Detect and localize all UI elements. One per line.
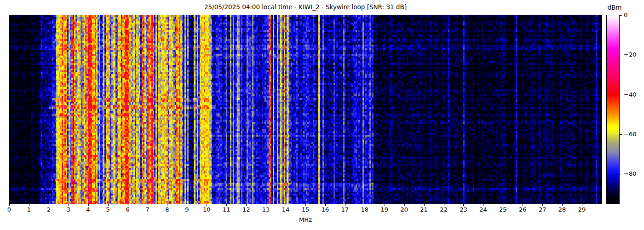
x-tick-label: 3 xyxy=(67,206,70,213)
spectrogram-canvas xyxy=(9,15,602,204)
x-tick-label: 10 xyxy=(203,206,211,213)
x-tick-label: 20 xyxy=(400,206,408,213)
chart-title: 25/05/2025 04:00 local time - KIWI_2 - S… xyxy=(9,3,602,11)
x-tick-label: 1 xyxy=(27,206,31,213)
x-axis-label: MHz xyxy=(9,216,602,223)
x-tick-label: 4 xyxy=(86,206,90,213)
x-tick-label: 8 xyxy=(165,206,169,213)
x-tick-label: 23 xyxy=(460,206,467,213)
spectrogram-figure: 25/05/2025 04:00 local time - KIWI_2 - S… xyxy=(0,0,644,230)
x-tick-label: 29 xyxy=(578,206,586,213)
colorbar-tick-label: 0 xyxy=(624,12,627,18)
colorbar-tick-mark xyxy=(620,134,622,135)
x-tick-label: 12 xyxy=(242,206,250,213)
x-tick-label: 9 xyxy=(185,206,189,213)
colorbar-tick-mark xyxy=(620,174,622,174)
colorbar-tick-label: −20 xyxy=(624,51,636,58)
x-tick-label: 2 xyxy=(47,206,51,213)
colorbar-gradient-canvas xyxy=(607,15,619,204)
x-tick-label: 6 xyxy=(126,206,129,213)
colorbar-tick-mark xyxy=(620,15,622,16)
x-tick-label: 18 xyxy=(361,206,369,213)
x-tick-label: 15 xyxy=(302,206,310,213)
x-tick-label: 21 xyxy=(420,206,428,213)
x-tick-label: 28 xyxy=(558,206,566,213)
x-tick-label: 13 xyxy=(262,206,270,213)
x-tick-label: 27 xyxy=(539,206,546,213)
x-tick-label: 0 xyxy=(7,206,11,213)
plot-area xyxy=(9,15,602,204)
x-tick-label: 24 xyxy=(479,206,487,213)
x-tick-label: 25 xyxy=(499,206,507,213)
x-tick-label: 17 xyxy=(341,206,349,213)
colorbar-tick-label: −60 xyxy=(624,131,636,138)
x-tick-label: 5 xyxy=(106,206,110,213)
colorbar-tick-label: −80 xyxy=(624,170,636,177)
colorbar-tick-mark xyxy=(620,55,622,55)
colorbar-tick-label: −40 xyxy=(624,91,636,98)
x-tick-label: 19 xyxy=(380,206,388,213)
colorbar-unit-label: dBm xyxy=(604,4,625,11)
colorbar-tick-mark xyxy=(620,95,622,95)
x-tick-label: 14 xyxy=(282,206,290,213)
x-tick-label: 11 xyxy=(223,206,230,213)
x-tick-label: 26 xyxy=(519,206,527,213)
x-tick-label: 16 xyxy=(322,206,329,213)
colorbar xyxy=(606,15,620,204)
x-tick-label: 22 xyxy=(440,206,448,213)
x-tick-label: 7 xyxy=(145,206,149,213)
